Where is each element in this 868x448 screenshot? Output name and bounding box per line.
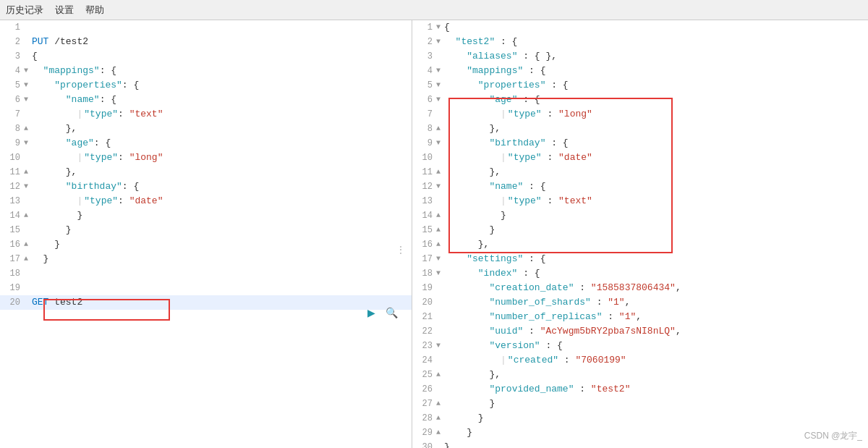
fold-button[interactable]: ▲ (434, 165, 443, 179)
left-code-table: 1 2 PUT /test2 3 { 4 ▼ "mappings": { 5 ▼… (0, 20, 412, 310)
table-row: 16 ▲ } (0, 237, 412, 252)
right-code-table: 1 ▼ { 2 ▼ "test2" : { 3 "aliases" : { },… (412, 20, 868, 448)
fold-button (434, 440, 443, 448)
line-number: 23 (412, 339, 434, 353)
fold-button[interactable]: ▼ (434, 93, 443, 107)
fold-button (434, 151, 443, 165)
table-row: 1 (0, 20, 412, 35)
search-button[interactable]: 🔍 (383, 304, 400, 321)
table-row: 15 } (0, 223, 412, 237)
fold-button[interactable]: ▼ (434, 179, 443, 194)
line-number: 2 (412, 35, 434, 49)
code-line: "properties": { (30, 78, 412, 93)
code-line: |"created" : "7060199" (443, 353, 868, 368)
line-number: 14 (412, 208, 434, 223)
table-row: 26 "provided_name" : "test2" (412, 382, 868, 397)
code-line: "name" : { (443, 179, 868, 194)
table-row: 3 "aliases" : { }, (412, 49, 868, 64)
fold-button (434, 324, 443, 339)
table-row: 5 ▼ "properties" : { (412, 78, 868, 93)
fold-button[interactable]: ▲ (434, 122, 443, 136)
line-number: 8 (0, 122, 22, 136)
code-line: }, (443, 122, 868, 136)
code-line: } (30, 208, 412, 223)
line-number: 6 (412, 93, 434, 107)
line-number: 22 (412, 324, 434, 339)
line-number: 2 (0, 35, 22, 49)
table-row: 2 ▼ "test2" : { (412, 35, 868, 49)
line-number: 29 (412, 426, 434, 440)
line-number: 17 (412, 252, 434, 266)
code-line: }, (443, 368, 868, 382)
code-line: |"type" : "text" (443, 194, 868, 208)
line-number: 18 (0, 266, 22, 281)
right-panel: 1 ▼ { 2 ▼ "test2" : { 3 "aliases" : { },… (412, 20, 868, 448)
code-line: } (443, 411, 868, 426)
code-line: "settings" : { (443, 252, 868, 266)
line-number: 10 (412, 151, 434, 165)
fold-button[interactable]: ▼ (434, 339, 443, 353)
line-number: 19 (0, 281, 22, 295)
code-line: "birthday": { (30, 179, 412, 194)
left-code-area[interactable]: 1 2 PUT /test2 3 { 4 ▼ "mappings": { 5 ▼… (0, 20, 412, 448)
line-number: 24 (412, 353, 434, 368)
fold-button[interactable]: ▲ (434, 223, 443, 237)
fold-button[interactable]: ▼ (434, 266, 443, 281)
menu-help[interactable]: 帮助 (85, 4, 104, 17)
fold-button[interactable]: ▼ (22, 78, 30, 93)
code-line: }, (443, 165, 868, 179)
fold-button[interactable]: ▼ (434, 78, 443, 93)
line-number: 3 (412, 49, 434, 64)
table-row: 9 ▼ "birthday" : { (412, 136, 868, 151)
fold-button[interactable]: ▼ (434, 64, 443, 78)
fold-button[interactable]: ▼ (434, 20, 443, 35)
code-line: "test2" : { (443, 35, 868, 49)
code-line (30, 266, 412, 281)
fold-button[interactable]: ▼ (22, 93, 30, 107)
fold-button[interactable]: ▼ (434, 35, 443, 49)
code-line: } (443, 208, 868, 223)
divider-dots: ⋮ (396, 245, 406, 255)
fold-button[interactable]: ▲ (434, 397, 443, 411)
fold-button[interactable]: ▲ (22, 252, 30, 266)
fold-button[interactable]: ▲ (434, 411, 443, 426)
table-row: 6 ▼ "age" : { (412, 93, 868, 107)
table-row: 3 { (0, 49, 412, 64)
code-line: "version" : { (443, 339, 868, 353)
fold-button (22, 223, 30, 237)
table-row: 16 ▲ }, (412, 237, 868, 252)
fold-button[interactable]: ▼ (22, 179, 30, 194)
code-line: "mappings" : { (443, 64, 868, 78)
run-button[interactable]: ▶ (362, 304, 380, 321)
fold-button[interactable]: ▲ (22, 122, 30, 136)
fold-button[interactable]: ▲ (22, 208, 30, 223)
menu-settings[interactable]: 设置 (55, 4, 74, 17)
code-line: { (443, 20, 868, 35)
menu-history[interactable]: 历史记录 (6, 4, 43, 17)
fold-button[interactable]: ▼ (434, 136, 443, 151)
line-number: 25 (412, 368, 434, 382)
right-code-area[interactable]: 1 ▼ { 2 ▼ "test2" : { 3 "aliases" : { },… (412, 20, 868, 448)
action-buttons: ▶ 🔍 (362, 304, 400, 321)
code-line: "provided_name" : "test2" (443, 382, 868, 397)
table-row: 8 ▲ }, (0, 122, 412, 136)
fold-button[interactable]: ▼ (22, 64, 30, 78)
line-number: 28 (412, 411, 434, 426)
line-number: 13 (412, 194, 434, 208)
fold-button[interactable]: ▲ (434, 237, 443, 252)
fold-button[interactable]: ▲ (22, 237, 30, 252)
code-line: "creation_date" : "1585837806434", (443, 281, 868, 295)
fold-button[interactable]: ▼ (434, 252, 443, 266)
fold-button[interactable]: ▲ (434, 426, 443, 440)
fold-button[interactable]: ▼ (22, 136, 30, 151)
code-line: |"type" : "date" (443, 151, 868, 165)
line-number: 7 (0, 107, 22, 122)
table-row: 20 GET test2 (0, 295, 412, 310)
line-number: 15 (412, 223, 434, 237)
fold-button[interactable]: ▲ (22, 165, 30, 179)
table-row: 25 ▲ }, (412, 368, 868, 382)
fold-button[interactable]: ▲ (434, 208, 443, 223)
code-line: PUT /test2 (30, 35, 412, 49)
fold-button[interactable]: ▲ (434, 368, 443, 382)
table-row: 9 ▼ "age": { (0, 136, 412, 151)
